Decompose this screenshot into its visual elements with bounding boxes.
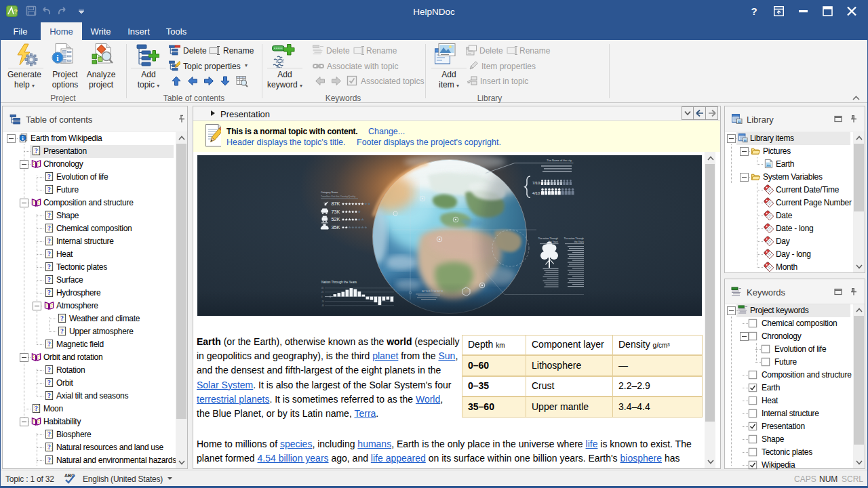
svg-text:87K: 87K	[332, 201, 340, 207]
svg-text:Nation Through the Years: Nation Through the Years	[321, 281, 357, 284]
svg-text:73K: 73K	[332, 209, 340, 215]
svg-text:7/10: 7/10	[532, 181, 540, 185]
svg-text:the Years: the Years	[549, 241, 558, 243]
svg-text:35K: 35K	[332, 224, 340, 230]
svg-text:the Years: the Years	[574, 241, 584, 243]
svg-text:The Name of the city: The Name of the city	[547, 159, 572, 162]
svg-text:Category Name: Category Name	[321, 191, 338, 194]
svg-text:The nation Through: The nation Through	[538, 237, 558, 240]
svg-text:The nation Through: The nation Through	[564, 237, 584, 240]
svg-text:52K: 52K	[332, 216, 340, 222]
svg-text:arsoftware: arsoftware	[422, 289, 443, 293]
svg-text:Travellers Visit this Country/: Travellers Visit this Country/Quality	[321, 195, 355, 198]
svg-text:4/10: 4/10	[532, 191, 540, 195]
svg-text:-20: -20	[321, 300, 324, 303]
svg-text:-40: -40	[321, 304, 324, 307]
svg-text:?: ?	[751, 5, 757, 17]
